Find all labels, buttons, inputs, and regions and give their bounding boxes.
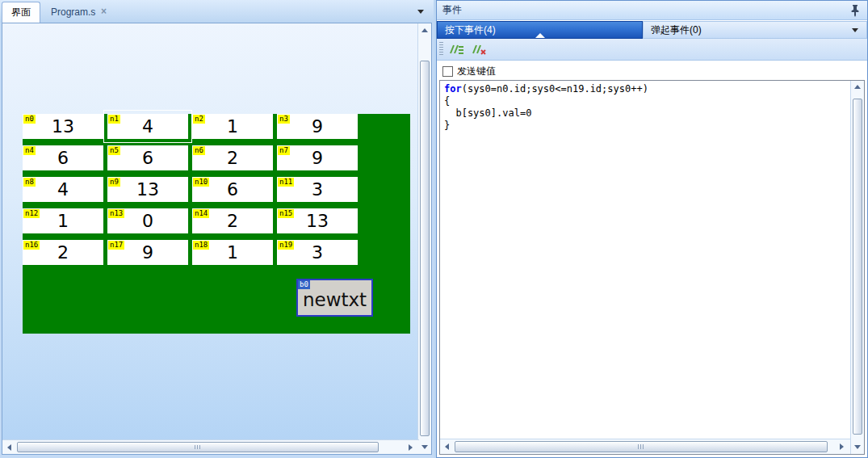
code-editor[interactable]: for(sys0=n0.id;sys0<=n19.id;sys0++){ b[s… <box>439 80 865 455</box>
textbox-value: 13 <box>107 177 188 202</box>
textbox-n17[interactable]: n179 <box>107 240 188 265</box>
tab-list-dropdown-icon[interactable] <box>417 10 424 14</box>
code-line: { <box>444 95 846 107</box>
close-tab-icon[interactable]: × <box>101 6 107 16</box>
textbox-n5[interactable]: n56 <box>107 145 188 170</box>
send-keyvalue-checkbox[interactable] <box>442 66 453 77</box>
textbox-n2[interactable]: n21 <box>192 114 273 139</box>
textbox-value: 6 <box>192 177 273 202</box>
textbox-n6[interactable]: n62 <box>192 145 273 170</box>
textbox-value: 2 <box>23 240 103 265</box>
scrollbar-thumb[interactable] <box>455 441 828 452</box>
events-toolbar <box>437 39 867 61</box>
event-editor-area: 发送键值 for(sys0=n0.id;sys0<=n19.id;sys0++)… <box>438 61 866 456</box>
scroll-down-icon[interactable] <box>421 445 428 449</box>
tab-interface-label: 界面 <box>11 6 31 19</box>
textbox-value: 9 <box>107 240 188 265</box>
textbox-value: 4 <box>107 114 188 139</box>
pin-icon[interactable] <box>849 4 861 17</box>
tab-program-label: Program.s <box>51 6 95 18</box>
textbox-n13[interactable]: n130 <box>107 208 188 233</box>
form-canvas[interactable]: n013n14n21n39n46n56n62n79n84n913n106n113… <box>23 114 410 334</box>
designer-tabbar: 界面 Program.s × <box>0 0 434 23</box>
design-surface: n013n14n21n39n46n56n62n79n84n913n106n113… <box>2 23 432 455</box>
textbox-value: 1 <box>192 240 273 265</box>
textbox-n1[interactable]: n14 <box>107 114 188 139</box>
textbox-value: 6 <box>107 145 188 170</box>
active-tab-notch <box>535 33 545 38</box>
comment-lines-icon[interactable] <box>447 42 466 57</box>
send-keyvalue-row: 发送键值 <box>442 65 496 78</box>
textbox-value: 13 <box>23 114 103 139</box>
code-line: } <box>444 120 846 132</box>
event-dropdown-icon[interactable] <box>852 28 858 32</box>
textbox-n15[interactable]: n1513 <box>277 208 358 233</box>
textbox-value: 6 <box>23 145 103 170</box>
textbox-value: 3 <box>277 240 358 265</box>
scroll-left-icon[interactable] <box>7 444 11 451</box>
newtxt-button[interactable]: b0newtxt <box>296 279 373 317</box>
tab-release-event[interactable]: 弹起事件(0) <box>643 21 867 39</box>
send-keyvalue-label: 发送键值 <box>457 65 496 78</box>
textbox-n11[interactable]: n113 <box>277 177 358 202</box>
tab-interface[interactable]: 界面 <box>2 2 40 23</box>
scrollbar-thumb[interactable] <box>17 442 379 452</box>
textbox-n8[interactable]: n84 <box>23 177 103 202</box>
textbox-value: 4 <box>23 177 103 202</box>
designer-panel: 界面 Program.s × n013n14n21n39n46n56n62n79… <box>0 0 434 458</box>
scroll-up-icon[interactable] <box>421 28 428 32</box>
code-text[interactable]: for(sys0=n0.id;sys0<=n19.id;sys0++){ b[s… <box>440 81 850 439</box>
tab-release-event-label: 弹起事件(0) <box>651 23 702 37</box>
toolbar-grip[interactable] <box>439 42 443 57</box>
textbox-value: 3 <box>277 177 358 202</box>
editor-horizontal-scrollbar[interactable] <box>440 439 850 454</box>
events-panel-title: 事件 <box>442 3 462 17</box>
textbox-value: 0 <box>107 208 188 233</box>
scroll-up-icon[interactable] <box>854 85 861 89</box>
code-line: b[sys0].val=0 <box>444 107 846 120</box>
scrollbar-thumb[interactable] <box>420 61 430 436</box>
textbox-n18[interactable]: n181 <box>192 240 273 265</box>
scroll-right-icon[interactable] <box>840 443 844 450</box>
textbox-value: 13 <box>277 208 358 233</box>
textbox-n3[interactable]: n39 <box>277 114 358 139</box>
editor-vertical-scrollbar[interactable] <box>850 81 864 454</box>
textbox-n10[interactable]: n106 <box>192 177 273 202</box>
textbox-n19[interactable]: n193 <box>277 240 358 265</box>
textbox-value: 1 <box>23 208 103 233</box>
textbox-n4[interactable]: n46 <box>23 145 103 170</box>
events-panel-titlebar: 事件 <box>437 1 867 20</box>
textbox-value: 1 <box>192 114 273 139</box>
designer-vertical-scrollbar[interactable] <box>417 23 431 454</box>
code-line: for(sys0=n0.id;sys0<=n19.id;sys0++) <box>444 83 846 95</box>
textbox-n12[interactable]: n121 <box>23 208 103 233</box>
textbox-value: 9 <box>277 114 358 139</box>
tab-press-event[interactable]: 按下事件(4) <box>437 21 643 39</box>
textbox-n14[interactable]: n142 <box>192 208 273 233</box>
button-caption: newtxt <box>303 289 367 310</box>
uncomment-icon[interactable] <box>469 42 489 57</box>
textbox-n9[interactable]: n913 <box>107 177 188 202</box>
events-panel: 事件 按下事件(4) 弹起事件(0) <box>436 0 868 458</box>
textbox-n0[interactable]: n013 <box>23 114 103 139</box>
tab-press-event-label: 按下事件(4) <box>445 23 496 37</box>
event-tabs: 按下事件(4) 弹起事件(0) <box>437 21 867 39</box>
scrollbar-thumb[interactable] <box>853 99 862 435</box>
designer-horizontal-scrollbar[interactable] <box>2 439 419 454</box>
textbox-n16[interactable]: n162 <box>23 240 103 265</box>
scroll-right-icon[interactable] <box>409 444 413 451</box>
control-name-label-selected: b0 <box>298 280 310 289</box>
tab-program[interactable]: Program.s <box>42 2 104 23</box>
textbox-value: 2 <box>192 145 273 170</box>
scroll-down-icon[interactable] <box>854 445 861 449</box>
scroll-left-icon[interactable] <box>445 443 449 450</box>
textbox-value: 9 <box>277 145 358 170</box>
textbox-value: 2 <box>192 208 273 233</box>
textbox-n7[interactable]: n79 <box>277 145 358 170</box>
